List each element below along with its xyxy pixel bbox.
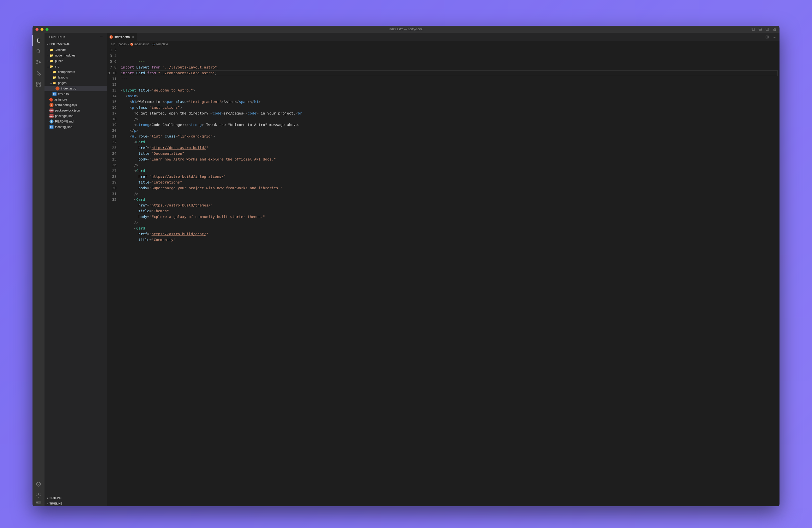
crumb[interactable]: src [111, 43, 115, 46]
chevron-down-icon: ⌄ [49, 82, 53, 85]
split-editor-icon[interactable] [766, 35, 769, 39]
file-row[interactable]: .gitignore [44, 97, 107, 102]
chevron-down-icon: ⌄ [46, 65, 49, 68]
tree-item-label: .vscode [55, 48, 66, 52]
file-icon [49, 103, 54, 107]
editor-more-icon[interactable]: ⋯ [772, 35, 777, 40]
folder-row[interactable]: ›📁layouts [44, 75, 107, 80]
spacer [46, 104, 49, 106]
folder-row[interactable]: ›📁node_modules [44, 53, 107, 58]
toggle-panel-icon[interactable] [758, 28, 762, 31]
svg-point-10 [37, 49, 40, 52]
folder-row[interactable]: ⌄📂pages [44, 80, 107, 86]
breadcrumbs[interactable]: src › pages › index.astro › {} Template [107, 41, 780, 47]
tab-label: index.astro [115, 35, 130, 39]
tree-item-label: package.json [55, 114, 73, 118]
sidebar-more-icon[interactable]: ⋯ [100, 35, 103, 39]
settings-gear-icon[interactable] [32, 490, 44, 501]
folder-icon: 📁 [49, 54, 54, 58]
explorer-sidebar: EXPLORER ⋯ ⌄ SPIFFY-SPIRAL ›📁.vscode›📁no… [44, 33, 107, 506]
run-debug-icon[interactable] [32, 68, 44, 79]
tree-item-label: node_modules [55, 54, 75, 57]
file-row[interactable]: index.astro [44, 86, 107, 91]
editor-group: index.astro × ⋯ src › pages › index.astr… [107, 33, 780, 506]
search-icon[interactable] [32, 46, 44, 57]
code-content[interactable]: --- import Layout from "../layouts/Layou… [121, 47, 780, 506]
svg-rect-6 [773, 28, 774, 29]
code-editor[interactable]: 1 2 3 4 5 6 7 8 9 10 11 12 13 14 15 16 1… [107, 47, 780, 506]
maximize-icon[interactable] [45, 28, 48, 31]
customize-layout-icon[interactable] [772, 28, 776, 31]
folder-icon: 📂 [53, 81, 57, 85]
file-icon: npm [49, 108, 54, 113]
accounts-icon[interactable] [32, 479, 44, 490]
chevron-right-icon: › [116, 43, 117, 46]
tab-index-astro[interactable]: index.astro × [107, 33, 137, 41]
timeline-label: TIMELINE [49, 502, 62, 505]
folder-icon: 📁 [53, 75, 57, 79]
spacer [46, 120, 49, 123]
toggle-secondary-sidebar-icon[interactable] [766, 28, 769, 31]
status-pill-icon[interactable] [36, 501, 41, 504]
folder-row[interactable]: ›📁.vscode [44, 47, 107, 53]
file-icon: TS [53, 92, 57, 96]
project-section[interactable]: ⌄ SPIFFY-SPIRAL [44, 41, 107, 47]
astro-file-icon [110, 35, 113, 39]
window-title: index.astro — spiffy-spiral [32, 28, 780, 31]
crumb[interactable]: Template [156, 43, 168, 46]
file-icon: npm [49, 114, 54, 118]
tree-item-label: .gitignore [54, 98, 67, 101]
chevron-down-icon: ⌄ [46, 43, 49, 46]
tree-item-label: components [58, 70, 75, 74]
outline-section[interactable]: › OUTLINE [44, 495, 107, 501]
tree-item-label: index.astro [61, 87, 76, 90]
toggle-primary-sidebar-icon[interactable] [752, 28, 755, 31]
chevron-right-icon: › [46, 502, 49, 505]
folder-icon: 📁 [53, 70, 57, 74]
tree-item-label: layouts [58, 76, 68, 79]
tab-close-icon[interactable]: × [132, 35, 134, 39]
minimize-icon[interactable] [41, 28, 44, 31]
file-row[interactable]: TStsconfig.json [44, 124, 107, 130]
explorer-icon[interactable] [32, 35, 44, 46]
svg-point-21 [38, 483, 39, 484]
vscode-window: index.astro — spiffy-spiral [32, 26, 780, 506]
file-row[interactable]: npmpackage.json [44, 113, 107, 119]
file-row[interactable]: astro.config.mjs [44, 102, 107, 108]
cursor-line [121, 70, 778, 76]
folder-row[interactable]: ›📁public [44, 58, 107, 64]
tree-item-label: tsconfig.json [55, 125, 72, 129]
svg-point-22 [38, 495, 39, 496]
chevron-right-icon: › [46, 54, 49, 57]
sidebar-title: EXPLORER [49, 35, 65, 39]
file-row[interactable]: TSenv.d.ts [44, 91, 107, 97]
activity-bar [32, 33, 44, 506]
svg-line-11 [39, 52, 41, 53]
chevron-right-icon: › [128, 43, 129, 46]
folder-row[interactable]: ›📁components [44, 69, 107, 75]
spacer [53, 87, 56, 90]
crumb[interactable]: index.astro [134, 43, 149, 46]
spacer [46, 126, 49, 129]
chevron-right-icon: › [46, 497, 49, 499]
tree-item-label: pages [58, 81, 67, 85]
svg-point-13 [37, 63, 38, 64]
tree-item-label: src [55, 65, 59, 68]
spacer [49, 93, 53, 96]
chevron-right-icon: › [49, 71, 53, 73]
titlebar: index.astro — spiffy-spiral [32, 26, 780, 33]
file-row[interactable]: npmpackage-lock.json [44, 108, 107, 113]
file-row[interactable]: iREADME.md [44, 119, 107, 124]
close-icon[interactable] [35, 28, 39, 31]
extensions-icon[interactable] [32, 79, 44, 90]
source-control-icon[interactable] [32, 57, 44, 68]
line-number-gutter: 1 2 3 4 5 6 7 8 9 10 11 12 13 14 15 16 1… [107, 47, 121, 506]
crumb[interactable]: pages [118, 43, 127, 46]
braces-icon: {} [153, 43, 155, 46]
timeline-section[interactable]: › TIMELINE [44, 501, 107, 506]
folder-row[interactable]: ⌄📂src [44, 64, 107, 69]
tab-bar: index.astro × ⋯ [107, 33, 780, 41]
tree-item-label: README.md [55, 120, 73, 123]
project-name: SPIFFY-SPIRAL [49, 43, 70, 45]
chevron-right-icon: › [49, 76, 53, 79]
